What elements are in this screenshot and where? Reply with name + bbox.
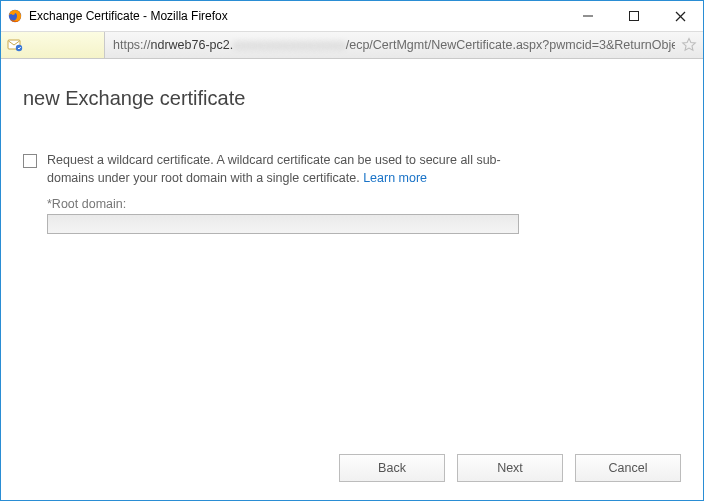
url-host: ndrweb76-pc2. [151, 38, 234, 52]
wildcard-checkbox[interactable] [23, 154, 37, 168]
root-domain-input[interactable] [47, 214, 519, 234]
mail-cert-icon [7, 37, 23, 53]
close-button[interactable] [657, 1, 703, 31]
minimize-button[interactable] [565, 1, 611, 31]
maximize-button[interactable] [611, 1, 657, 31]
back-button[interactable]: Back [339, 454, 445, 482]
page-title: new Exchange certificate [23, 87, 681, 110]
wizard-buttons: Back Next Cancel [339, 454, 681, 482]
url-scheme: https:// [113, 38, 151, 52]
svg-point-6 [16, 45, 22, 51]
url-path: /ecp/CertMgmt/NewCertificate.aspx?pwmcid… [346, 38, 675, 52]
wildcard-option-row: Request a wildcard certificate. A wildca… [23, 152, 681, 187]
url-host-blur: xxxxxxxxxxxxxxxxxx [233, 38, 346, 52]
firefox-icon [7, 8, 23, 24]
titlebar: Exchange Certificate - Mozilla Firefox [1, 1, 703, 31]
window-frame: Exchange Certificate - Mozilla Firefox [0, 0, 704, 501]
site-identity-box[interactable] [1, 32, 105, 58]
page-content: new Exchange certificate Request a wildc… [1, 59, 703, 500]
address-bar: https://ndrweb76-pc2.xxxxxxxxxxxxxxxxxx/… [1, 31, 703, 59]
url-input[interactable]: https://ndrweb76-pc2.xxxxxxxxxxxxxxxxxx/… [105, 32, 675, 58]
wildcard-description: Request a wildcard certificate. A wildca… [47, 152, 522, 187]
wildcard-description-text: Request a wildcard certificate. A wildca… [47, 153, 501, 185]
cancel-button[interactable]: Cancel [575, 454, 681, 482]
window-controls [565, 1, 703, 31]
learn-more-link[interactable]: Learn more [363, 171, 427, 185]
bookmark-star-icon[interactable] [675, 32, 703, 58]
root-domain-label: *Root domain: [47, 197, 681, 211]
next-button[interactable]: Next [457, 454, 563, 482]
svg-rect-2 [630, 12, 639, 21]
window-title: Exchange Certificate - Mozilla Firefox [29, 9, 565, 23]
